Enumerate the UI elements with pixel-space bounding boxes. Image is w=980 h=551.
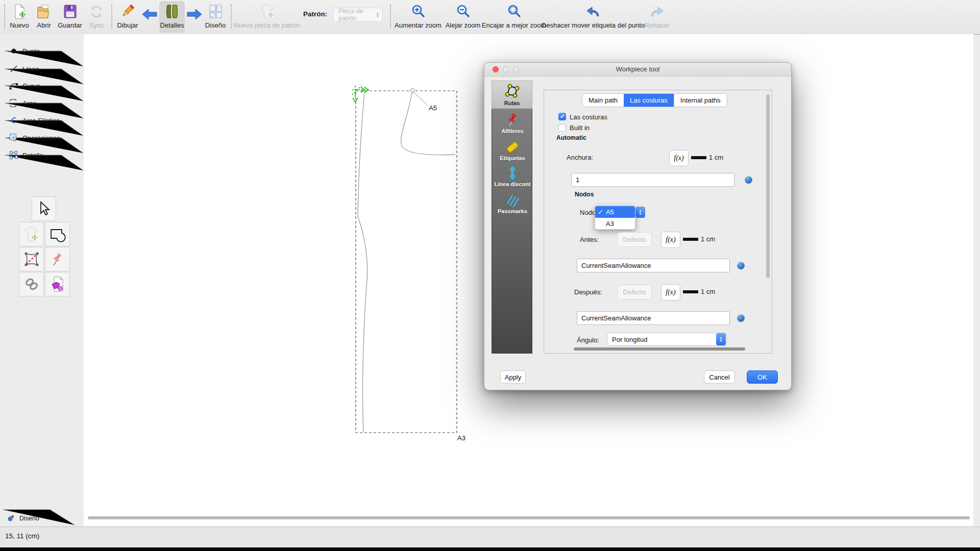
angle-combo-value: Por longitud <box>607 336 716 343</box>
zoom-in-button[interactable]: Aumentar zoom <box>394 1 442 33</box>
new-piece-tool[interactable] <box>19 222 44 246</box>
toolgroup-arco-eliptico[interactable]: Arco Elíptico <box>0 112 84 129</box>
operations-icon <box>8 133 19 142</box>
nodes-section-label: Nodos <box>575 191 594 198</box>
after-default-button[interactable]: Defecto <box>617 285 652 299</box>
width-line-preview <box>691 156 706 159</box>
zoom-fit-button[interactable]: Encajar a mejor zoom <box>484 1 544 33</box>
after-formula-button[interactable]: f(x) <box>661 284 680 300</box>
node-option-a5[interactable]: ✓ A5 <box>595 206 635 218</box>
insert-node-tool[interactable] <box>19 272 44 296</box>
internal-path-tool[interactable] <box>19 247 44 271</box>
pattern-pieces-icon <box>164 3 180 21</box>
export-pieces-icon <box>50 276 65 292</box>
toolbar-separator <box>111 4 112 29</box>
redo-arrow-icon <box>649 3 665 21</box>
seam-allowance-checkbox[interactable]: ✓ <box>558 113 566 120</box>
angle-label: Ángulo: <box>577 336 599 344</box>
main-path-curves <box>358 91 455 432</box>
apply-button[interactable]: Apply <box>500 370 526 384</box>
nav-item-alfileres[interactable]: Alfileres <box>492 112 533 134</box>
nav-item-rutas[interactable]: Rutas <box>492 81 532 109</box>
sync-button[interactable]: Sync <box>85 1 108 33</box>
tab-internal-paths[interactable]: Internal paths <box>674 94 727 107</box>
previous-mode-arrow-button[interactable] <box>141 1 158 33</box>
tab-diseno-bottom[interactable]: Diseño <box>0 510 84 527</box>
new-pattern-piece-button[interactable]: Nueva pieza de patrón <box>236 1 298 33</box>
workpiece-dialog: Workpiece tool Rutas Alfileres Etiquetas <box>484 62 792 390</box>
diseno-tab-icon <box>5 514 16 522</box>
tab-las-costuras[interactable]: Las costuras <box>624 94 674 107</box>
union-shape-icon <box>49 226 66 242</box>
after-unit: 1 cm <box>701 288 715 295</box>
arrow-left-icon <box>141 5 158 23</box>
zoom-out-button[interactable]: Alejar zoom <box>443 1 483 33</box>
width-formula-input[interactable] <box>571 173 734 187</box>
after-formula-input[interactable] <box>577 311 730 325</box>
before-formula-button[interactable]: f(x) <box>661 232 680 248</box>
canvas-horizontal-scrollbar[interactable] <box>88 516 970 519</box>
undo-button[interactable]: Deshacer mover etiqueta del punto <box>545 1 641 33</box>
arrow-right-icon <box>186 5 203 23</box>
point-label-a5: A5 <box>429 104 437 112</box>
dialog-titlebar[interactable]: Workpiece tool <box>484 63 791 77</box>
details-mode-button[interactable]: Detalles <box>159 1 185 33</box>
toolgroup-arco[interactable]: Arco <box>0 95 84 111</box>
grainline-icon <box>505 165 520 181</box>
union-tool[interactable] <box>45 222 70 246</box>
redo-button[interactable]: Rehacer <box>642 1 672 33</box>
node-marker <box>410 88 415 93</box>
built-in-checkbox[interactable] <box>558 124 566 132</box>
select-chevrons-icon: ▲▼ <box>376 12 382 18</box>
content-vertical-scrollbar[interactable] <box>766 94 770 278</box>
toolgroup-linea[interactable]: Línea <box>0 61 84 77</box>
new-document-icon <box>12 3 27 21</box>
layout-mode-button[interactable]: Diseño <box>204 1 227 33</box>
zoom-in-icon <box>410 3 426 21</box>
cursor-arrow-icon <box>37 201 51 216</box>
tab-main-path[interactable]: Main path <box>582 94 624 107</box>
pattern-piece-select[interactable]: Pieza de patrón ▲▼ <box>333 8 383 22</box>
width-label: Anchura: <box>567 154 593 161</box>
pin-tool[interactable] <box>45 247 70 271</box>
toolgroup-punto[interactable]: Punto <box>0 43 84 59</box>
nav-item-passmarks[interactable]: Passmarks <box>492 192 533 214</box>
content-horizontal-scrollbar[interactable] <box>574 347 745 350</box>
draw-mode-button[interactable]: Dibujar <box>115 1 140 33</box>
layout-icon <box>208 3 223 21</box>
save-button[interactable]: Guardar <box>56 1 84 33</box>
chain-link-icon <box>23 276 40 292</box>
width-formula-button[interactable]: f(x) <box>669 150 689 166</box>
after-line-preview <box>683 290 698 293</box>
before-revision-icon[interactable] <box>737 262 745 269</box>
before-default-button[interactable]: Defecto <box>617 232 652 247</box>
toolbar-separator <box>4 4 5 29</box>
pattern-select-label: Patrón: <box>303 10 327 18</box>
ok-button[interactable]: OK <box>747 370 778 384</box>
bottom-black-strip <box>0 547 980 551</box>
status-bar: 15, 11 (cm) <box>0 527 980 548</box>
select-arrow-tool[interactable] <box>32 196 56 221</box>
undo-arrow-icon <box>585 3 601 21</box>
after-revision-icon[interactable] <box>737 314 745 322</box>
node-option-a3[interactable]: A3 <box>595 218 635 229</box>
open-button[interactable]: Abrir <box>33 1 55 33</box>
width-revision-icon[interactable] <box>745 176 752 184</box>
toolgroup-detalle[interactable]: Detalle <box>0 147 84 163</box>
seam-allowance-label: Las costuras <box>570 113 607 121</box>
pushpin-icon <box>50 251 65 267</box>
nav-item-linea-discont[interactable]: Línea discont <box>492 165 533 187</box>
before-formula-input[interactable] <box>577 259 730 272</box>
angle-combo[interactable]: Por longitud ▲▼ <box>607 333 727 346</box>
export-pieces-tool[interactable] <box>45 272 70 296</box>
toolgroup-curva[interactable]: Curva <box>0 78 84 94</box>
new-button[interactable]: Nuevo <box>7 1 32 33</box>
pattern-select-value: Pieza de patrón <box>333 8 376 22</box>
app-window: Nuevo Abrir Guardar Sync Dibujar <box>0 0 980 551</box>
cancel-button[interactable]: Cancel <box>704 370 735 384</box>
nav-dark-area: Alfileres Etiquetas Línea discont Passma… <box>492 109 532 354</box>
nav-item-etiquetas[interactable]: Etiquetas <box>492 139 533 161</box>
next-mode-arrow-button[interactable] <box>186 1 203 33</box>
toolgroup-operaciones[interactable]: Operaciones <box>0 130 84 146</box>
node-combo-stepper[interactable]: ▲▼ <box>635 207 645 218</box>
